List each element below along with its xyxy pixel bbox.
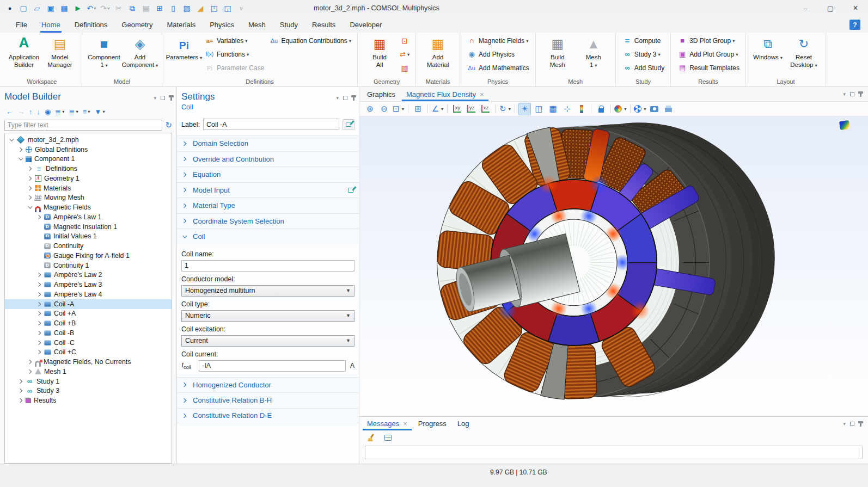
rainbow-plot-icon[interactable] [839,120,850,130]
messages-tab-log[interactable]: Log [452,417,475,430]
messages-tab-messages[interactable]: Messages× [362,417,413,430]
save-button[interactable]: ▣ [44,1,57,15]
default-3d-view-button[interactable]: ∠▾ [431,103,444,115]
save-as-button[interactable]: ▦ [58,1,71,15]
clear-messages-button[interactable] [365,431,377,444]
equation-contributions-button[interactable]: ΔuEquation Contributions▾ [266,34,353,47]
menu-definitions[interactable]: Definitions [68,16,115,33]
table-settings-button[interactable] [382,431,394,444]
close-tab-icon[interactable]: × [403,420,407,428]
delete-button[interactable]: ▯ [167,1,180,15]
undo-button[interactable]: ↶˅ [85,1,98,15]
menu-physics[interactable]: Physics [203,16,241,33]
menu-home[interactable]: Home [34,16,68,33]
run-button[interactable]: ▶ [71,1,84,15]
import-button[interactable]: ⊡ [398,34,412,47]
tree-item-coil-a[interactable]: Coil -A [5,299,172,309]
image-capture-button[interactable] [648,103,661,115]
pin-panel-icon[interactable] [860,92,861,97]
duplicate-button[interactable]: ⊞ [153,1,166,15]
component-1-button[interactable]: ■Component1▾ [86,34,122,69]
magnetic-fields-button[interactable]: ∩Magnetic Fields▾ [464,34,531,47]
close-button[interactable]: × [843,0,868,16]
show-button[interactable]: ◉ [43,106,52,117]
tree-item-coil-b[interactable]: Coil -B [5,328,172,338]
tree-item-amp-re-s-law-2[interactable]: Ampère's Law 2 [5,270,172,280]
add-study-button[interactable]: ∞Add Study [620,61,667,75]
tree-item-coil-c[interactable]: Coil +C [5,348,172,357]
zoom-in-button[interactable]: ⊕ [364,103,376,115]
section-coil[interactable]: Coil [177,229,359,244]
zoom-box-button[interactable]: ⊡▾ [392,103,405,115]
tree-filter-input[interactable] [4,120,162,131]
rotate-view-button[interactable]: ↻▾ [499,103,511,115]
messages-tab-progress[interactable]: Progress [413,417,452,430]
print-button[interactable] [662,103,675,115]
menu-materials[interactable]: Materials [160,16,203,33]
go-forward-button[interactable]: → [16,106,26,117]
tree-item-magnetic-insulation-1[interactable]: Magnetic Insulation 1 [5,222,172,232]
add-plot-group-button[interactable]: ▣Add Plot Group▾ [675,47,742,61]
pin-panel-icon[interactable] [170,96,172,101]
coil-excitation-select[interactable]: Current ▼ [181,335,354,347]
zoom-out-button[interactable]: ⊖ [378,103,390,115]
redo-button[interactable]: ↷˅ [99,1,112,15]
panel-menu-icon[interactable]: ▾ [154,95,156,101]
tree-item-magnetic-fields[interactable]: Magnetic Fields [5,202,172,212]
help-button[interactable]: ? [849,20,860,30]
tree-item-initial-values-1[interactable]: Initial Values 1 [5,232,172,242]
label-input[interactable] [203,119,339,130]
zoom-to-selection-button[interactable]: ◳ [207,1,221,15]
panel-menu-icon[interactable]: ▾ [843,91,846,97]
transparency-button[interactable]: ◫ [533,103,545,115]
reset-desktop-button[interactable]: ↻ResetDesktop▾ [786,34,822,69]
tree-item-gauge-fixing-for-a-field-1[interactable]: Gauge Fixing for A-field 1 [5,251,172,261]
fence-button[interactable]: ▥ [398,61,412,75]
conductor-model-select[interactable]: Homogenized multiturn ▼ [181,285,354,297]
tree-item-amp-re-s-law-4[interactable]: Ampère's Law 4 [5,289,172,299]
section-constitutive-bh[interactable]: Constitutive Relation B-H [177,392,359,408]
panel-menu-icon[interactable]: ▾ [843,421,846,427]
application-builder-button[interactable]: AApplicationBuilder [6,34,42,69]
section-domain-selection[interactable]: Domain Selection [177,135,359,151]
filter-button[interactable]: ▼▾ [93,106,107,117]
zoom-extents-doc-button[interactable]: ◲ [221,1,234,15]
windows-button[interactable]: ⧉Windows▾ [750,34,786,61]
section-coordinate-system[interactable]: Coordinate System Selection [177,213,359,229]
add-material-button[interactable]: ▦AddMaterial [420,34,456,69]
view-xz-button[interactable]: xz [479,103,492,115]
tree-item-coil-b[interactable]: Coil +B [5,318,172,328]
cut-button[interactable]: ✂ [112,1,125,15]
move-up-button[interactable]: ↑ [27,106,34,117]
axis-orientation-button[interactable]: ⊹ [561,103,573,115]
image-colors-button[interactable]: ▾ [614,103,627,115]
view-yz-button[interactable]: yz [465,103,478,115]
customize-toolbar-button[interactable]: ▿ [235,1,248,15]
coil-type-select[interactable]: Numeric ▼ [181,310,354,322]
new-file-button[interactable]: ▢ [17,1,30,15]
tree-item-study-3[interactable]: Study 3 [5,386,172,396]
add-mathematics-button[interactable]: ΔuAdd Mathematics [464,61,531,75]
open-file-button[interactable]: ▱ [30,1,44,15]
color-legend-button[interactable] [575,103,588,115]
view-xy-button[interactable]: xy [451,103,463,115]
move-down-button[interactable]: ↓ [35,106,42,117]
coil-name-input[interactable] [181,260,354,272]
edit-model-input-icon[interactable] [348,188,353,193]
tree-item-moving-mesh[interactable]: Moving Mesh [5,193,172,203]
expand-button[interactable]: ≣▾ [68,106,80,117]
build-all-button[interactable]: ▦BuildAll [362,34,398,69]
result-templates-button[interactable]: ▤Result Templates [675,61,742,75]
add-component-button[interactable]: ◈AddComponent▾ [122,34,158,69]
collapse-button[interactable]: ≣▾ [53,106,66,117]
section-homogenized-conductor[interactable]: Homogenized Conductor [177,377,359,393]
lock-view-button[interactable] [595,103,607,115]
tree-item-global-definitions[interactable]: Global Definitions [5,145,172,155]
parameter-case-button[interactable]: PiParameter Case [202,61,266,75]
copy-button[interactable]: ⧉ [126,1,139,15]
graphics-tab-magnetic-flux-density[interactable]: Magnetic Flux Density× [401,87,489,101]
scene-snapshot-button[interactable]: ▾ [634,103,646,115]
variables-button[interactable]: a=Variables▾ [202,34,266,47]
coil-current-input[interactable] [199,360,346,372]
mesh-1-button[interactable]: ▲Mesh1▾ [576,34,612,69]
